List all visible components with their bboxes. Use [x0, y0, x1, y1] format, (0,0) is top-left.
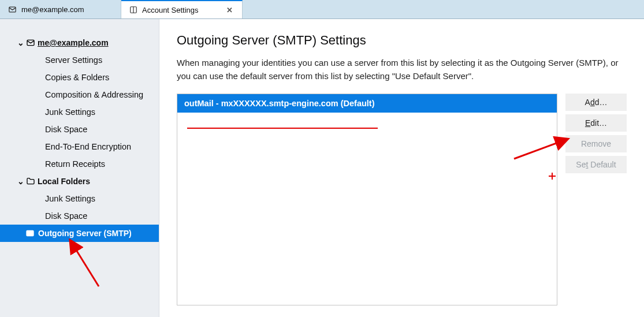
smtp-buttons: Add… Edit… Remove Set Default [565, 94, 627, 306]
sidebar-local-label: Local Folders [38, 177, 90, 186]
chevron-down-icon: ⌄ [17, 177, 24, 186]
add-button[interactable]: Add… [565, 94, 627, 111]
sidebar-item-label: Junk Settings [45, 194, 95, 203]
edit-button[interactable]: Edit… [565, 114, 627, 132]
smtp-server-label: outMail - mxXXXXXX.smtp-engine.com (Defa… [184, 99, 375, 108]
mail-icon [26, 38, 35, 47]
tab-inbox-label: me@example.com [21, 5, 84, 14]
remove-label: Remove [581, 139, 611, 148]
remove-button: Remove [565, 135, 627, 152]
sidebar-item-label: Disk Space [45, 125, 87, 134]
tab-inbox[interactable]: me@example.com [0, 0, 121, 18]
columns-icon [129, 6, 137, 14]
sidebar-item-label: Server Settings [45, 55, 102, 65]
sidebar-item-e2e[interactable]: End-To-End Encryption [0, 138, 159, 155]
sidebar-item-label: Disk Space [45, 211, 87, 221]
sidebar-item-label: Composition & Addressing [45, 90, 143, 99]
sidebar-item-local-junk[interactable]: Junk Settings [0, 190, 159, 207]
sidebar-item-server-settings[interactable]: Server Settings [0, 51, 159, 69]
smtp-server-list[interactable]: outMail - mxXXXXXX.smtp-engine.com (Defa… [177, 94, 557, 306]
sidebar-item-return-receipts[interactable]: Return Receipts [0, 155, 159, 173]
folder-icon [26, 177, 35, 186]
sidebar-item-composition[interactable]: Composition & Addressing [0, 86, 159, 103]
tab-bar: me@example.com Account Settings ✕ [0, 0, 644, 19]
sidebar-item-junk[interactable]: Junk Settings [0, 103, 159, 121]
chevron-down-icon: ⌄ [17, 38, 24, 47]
sidebar-item-copies-folders[interactable]: Copies & Folders [0, 69, 159, 86]
content-pane: Outgoing Server (SMTP) Settings When man… [159, 19, 644, 317]
close-icon[interactable]: ✕ [225, 6, 234, 14]
sidebar-local-header[interactable]: ⌄ Local Folders [0, 173, 159, 190]
tab-settings[interactable]: Account Settings ✕ [121, 0, 243, 18]
set-default-button: Set Default [565, 156, 627, 173]
smtp-server-item[interactable]: outMail - mxXXXXXX.smtp-engine.com (Defa… [177, 94, 557, 113]
sidebar-item-outgoing-smtp[interactable]: Outgoing Server (SMTP) [0, 225, 159, 242]
tab-settings-label: Account Settings [142, 6, 199, 14]
sidebar-item-local-disk[interactable]: Disk Space [0, 207, 159, 225]
sidebar: ⌄ me@example.com Server Settings Copies … [0, 19, 159, 317]
sidebar-item-label: End-To-End Encryption [45, 142, 131, 151]
sidebar-item-label: Outgoing Server (SMTP) [38, 229, 132, 238]
sidebar-item-label: Return Receipts [45, 159, 105, 169]
page-title: Outgoing Server (SMTP) Settings [177, 33, 627, 48]
sidebar-item-label: Copies & Folders [45, 73, 109, 82]
send-icon [25, 229, 35, 238]
page-description: When managing your identities you can us… [177, 56, 627, 83]
sidebar-item-label: Junk Settings [45, 107, 95, 117]
sidebar-item-disk-space[interactable]: Disk Space [0, 121, 159, 138]
sidebar-account-header[interactable]: ⌄ me@example.com [0, 34, 159, 51]
sidebar-account-label: me@example.com [38, 38, 109, 47]
mail-icon [8, 5, 17, 14]
